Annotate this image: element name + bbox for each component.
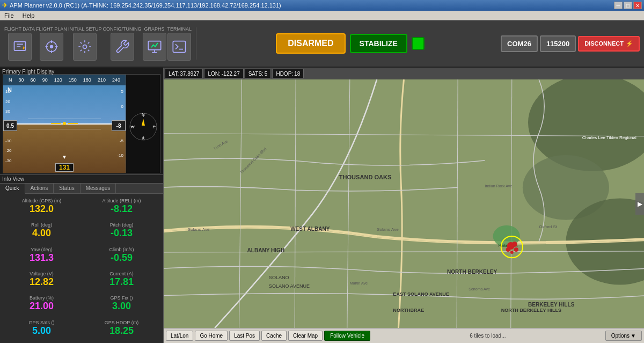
- altitude-gps-label: Altitude (GPS) (m): [22, 198, 62, 203]
- alt-5: 5: [121, 89, 123, 94]
- pitch-neg10: -10: [5, 138, 12, 143]
- svg-text:Indian Rock Ave: Indian Rock Ave: [485, 184, 512, 188]
- voltage-value: 12.82: [30, 276, 54, 288]
- pitch-line-5: [28, 119, 101, 119]
- section-label-config-tuning: CONFIG/TUNING: [103, 26, 142, 32]
- terminal-icon: [172, 39, 187, 54]
- sats-label: SATS:: [248, 71, 264, 77]
- svg-rect-0: [14, 42, 25, 50]
- svg-text:Solano Ave: Solano Ave: [377, 227, 399, 232]
- com-port-button[interactable]: COM26: [501, 35, 538, 52]
- section-label-graphs: GRAPHS: [144, 26, 165, 32]
- toolbar-group-flight-data: FLIGHT DATA: [4, 26, 35, 61]
- pitch-cell: Pitch (deg) -0.13: [82, 220, 161, 243]
- titlebar-controls[interactable]: ─ □ ✕: [614, 2, 642, 9]
- svg-text:ALBANY HIGH: ALBANY HIGH: [247, 247, 285, 253]
- pitch-label: Pitch (deg): [110, 222, 134, 228]
- current-cell: Current (A) 17.81: [82, 269, 161, 292]
- current-label: Current (A): [109, 271, 134, 276]
- svg-text:NORTHBRAE: NORTHBRAE: [393, 308, 424, 313]
- info-view: Info View Quick Actions Status Messages …: [0, 175, 163, 343]
- heading-numbers: N 30 60 90 120 150 180 210 240: [3, 77, 126, 83]
- tab-quick[interactable]: Quick: [0, 184, 25, 194]
- toolbar-btn-flight-data[interactable]: [8, 33, 32, 61]
- maximize-button[interactable]: □: [624, 2, 632, 9]
- disconnect-button[interactable]: DISCONNECT ⚡: [578, 36, 640, 52]
- map-image[interactable]: THOUSAND OAKS WEST ALBANY NORTH BERKELEY…: [164, 79, 644, 328]
- menu-help[interactable]: Help: [18, 11, 39, 20]
- tab-messages[interactable]: Messages: [80, 184, 116, 193]
- options-button[interactable]: Options ▼: [605, 331, 642, 341]
- gps-fix-value: 3.00: [112, 301, 131, 312]
- gps-sats-value: 5.00: [32, 325, 51, 337]
- lon-value: -122.27: [222, 71, 240, 77]
- last-pos-button[interactable]: Last Pos: [229, 331, 260, 341]
- toolbar-group-terminal: TERMINAL: [167, 26, 192, 61]
- alt-0: 0: [121, 104, 123, 109]
- stabilize-button[interactable]: STABILIZE: [350, 34, 407, 53]
- graphs-icon: [147, 39, 162, 54]
- initial-setup-icon: [77, 39, 92, 54]
- svg-text:SOLANO: SOLANO: [269, 275, 289, 280]
- tab-status[interactable]: Status: [54, 184, 80, 193]
- menu-file[interactable]: File: [0, 11, 18, 20]
- svg-point-48: [510, 251, 514, 254]
- pitch-20: 20: [5, 99, 10, 104]
- toolbar-btn-flight-plan[interactable]: [40, 33, 63, 61]
- gps-fix-label: GPS Fix (): [111, 295, 133, 301]
- toolbar-btn-terminal[interactable]: [167, 33, 191, 61]
- svg-text:EAST SOLANO AVENUE: EAST SOLANO AVENUE: [393, 291, 449, 297]
- roll-value: 4.00: [32, 228, 51, 239]
- disarmed-button[interactable]: DISARMED: [276, 33, 345, 54]
- toolbar-btn-config-tuning[interactable]: [111, 33, 134, 61]
- clear-map-button[interactable]: Clear Map: [288, 331, 323, 341]
- svg-text:Solano Ave: Solano Ave: [188, 227, 210, 232]
- svg-text:Oxford St: Oxford St: [539, 224, 558, 229]
- info-view-label: Info View: [0, 175, 163, 184]
- status-indicator: [412, 37, 425, 50]
- toolbar-btn-initial-setup[interactable]: [73, 33, 97, 61]
- altitude-rel-cell: Altitude (REL) (m) -8.12: [82, 196, 161, 219]
- yaw-label: Yaw (deg): [31, 247, 52, 252]
- gps-hdop-label: GPS HDOP (m): [105, 320, 138, 325]
- titlebar: ✈ APM Planner v2.0.0 (RC1) (A-THINK: 169…: [0, 0, 644, 11]
- gps-fix-cell: GPS Fix () 3.00: [82, 293, 161, 316]
- pitch-neg30: -30: [5, 158, 12, 163]
- app-icon: ✈: [2, 2, 8, 9]
- close-button[interactable]: ✕: [633, 2, 642, 9]
- climb-value: -0.59: [111, 252, 133, 264]
- app-title: APM Planner v2.0.0 (RC1) (A-THINK: 169.2…: [10, 2, 281, 9]
- hdop-value: 18: [294, 71, 300, 77]
- minimize-button[interactable]: ─: [614, 2, 623, 9]
- tiles-info: 6 tiles to load...: [372, 333, 604, 339]
- go-home-button[interactable]: Go Home: [195, 331, 228, 341]
- svg-rect-5: [173, 41, 186, 53]
- compass-area: N S W E: [126, 74, 160, 173]
- tab-actions[interactable]: Actions: [25, 184, 54, 193]
- flight-data-icon: [12, 39, 27, 54]
- artificial-horizon: N 30 60 90 120 150 180 210 240 N W E: [3, 74, 126, 173]
- latlon-button[interactable]: Lat/Lon: [166, 331, 193, 341]
- pitch-line-neg5: [28, 129, 101, 129]
- alt-neg10: -10: [117, 153, 123, 158]
- options-label: Options: [611, 333, 630, 339]
- cache-button[interactable]: Cache: [261, 331, 287, 341]
- sats-field: SATS: 5: [245, 69, 272, 78]
- altitude-value-box: -8: [112, 120, 126, 131]
- pitch-neg20: -20: [5, 148, 12, 153]
- gps-sats-label: GPS Sats (): [28, 320, 54, 325]
- pitch-30: 30: [5, 109, 10, 114]
- baud-rate-button[interactable]: 115200: [540, 35, 576, 52]
- roll-label: Roll (deg): [31, 222, 52, 228]
- alt-neg5: -5: [120, 138, 123, 143]
- altitude-gps-value: 132.0: [30, 203, 54, 215]
- svg-text:NORTH BERKELEY: NORTH BERKELEY: [447, 269, 497, 275]
- info-tabs: Quick Actions Status Messages: [0, 184, 163, 194]
- follow-vehicle-button[interactable]: Follow Vehicle: [324, 331, 370, 341]
- toolbar-btn-graphs[interactable]: [143, 33, 166, 61]
- hdop-field: HDOP: 18: [272, 69, 304, 78]
- left-panel: Primary Flight Display N 30 60 90 120 15…: [0, 68, 164, 343]
- svg-point-8: [63, 122, 66, 125]
- map-scroll-right[interactable]: ▶: [635, 193, 644, 215]
- section-label-initial-setup: INITIAL SETUP: [68, 26, 102, 32]
